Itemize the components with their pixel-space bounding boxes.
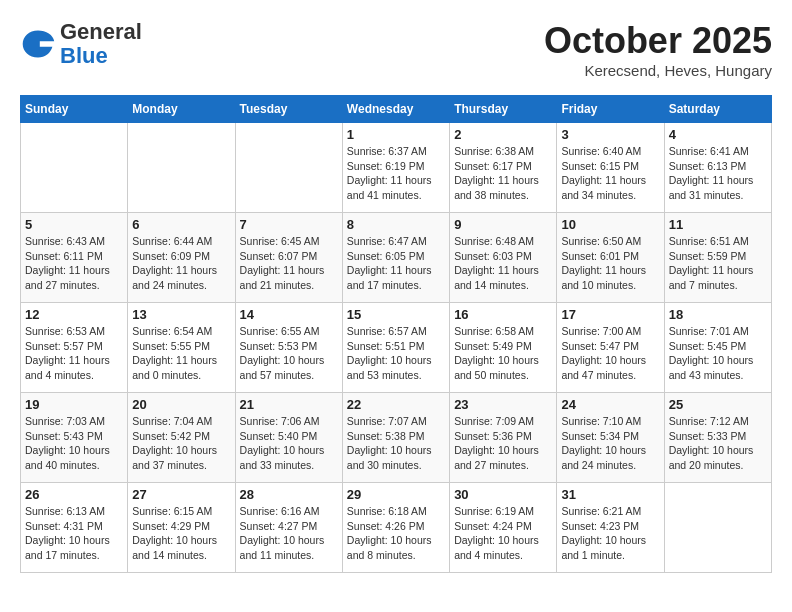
day-number: 21 [240,397,338,412]
day-cell: 1Sunrise: 6:37 AM Sunset: 6:19 PM Daylig… [342,123,449,213]
day-cell: 6Sunrise: 6:44 AM Sunset: 6:09 PM Daylig… [128,213,235,303]
day-cell: 27Sunrise: 6:15 AM Sunset: 4:29 PM Dayli… [128,483,235,573]
logo-text: General Blue [60,20,142,68]
day-number: 14 [240,307,338,322]
week-row-5: 26Sunrise: 6:13 AM Sunset: 4:31 PM Dayli… [21,483,772,573]
day-number: 30 [454,487,552,502]
day-number: 8 [347,217,445,232]
month-title: October 2025 [544,20,772,62]
day-info: Sunrise: 6:37 AM Sunset: 6:19 PM Dayligh… [347,144,445,203]
day-info: Sunrise: 7:00 AM Sunset: 5:47 PM Dayligh… [561,324,659,383]
logo-icon [20,26,56,62]
day-cell: 10Sunrise: 6:50 AM Sunset: 6:01 PM Dayli… [557,213,664,303]
day-cell: 8Sunrise: 6:47 AM Sunset: 6:05 PM Daylig… [342,213,449,303]
day-cell [128,123,235,213]
week-row-2: 5Sunrise: 6:43 AM Sunset: 6:11 PM Daylig… [21,213,772,303]
day-number: 19 [25,397,123,412]
title-block: October 2025 Kerecsend, Heves, Hungary [544,20,772,79]
day-number: 31 [561,487,659,502]
day-info: Sunrise: 7:07 AM Sunset: 5:38 PM Dayligh… [347,414,445,473]
day-cell: 24Sunrise: 7:10 AM Sunset: 5:34 PM Dayli… [557,393,664,483]
logo-general: General [60,19,142,44]
day-info: Sunrise: 7:12 AM Sunset: 5:33 PM Dayligh… [669,414,767,473]
day-cell: 16Sunrise: 6:58 AM Sunset: 5:49 PM Dayli… [450,303,557,393]
day-number: 5 [25,217,123,232]
day-number: 10 [561,217,659,232]
day-info: Sunrise: 6:18 AM Sunset: 4:26 PM Dayligh… [347,504,445,563]
day-info: Sunrise: 6:55 AM Sunset: 5:53 PM Dayligh… [240,324,338,383]
day-number: 13 [132,307,230,322]
day-cell [235,123,342,213]
day-number: 17 [561,307,659,322]
day-cell: 15Sunrise: 6:57 AM Sunset: 5:51 PM Dayli… [342,303,449,393]
logo-blue: Blue [60,43,108,68]
day-number: 16 [454,307,552,322]
day-number: 7 [240,217,338,232]
col-header-sunday: Sunday [21,96,128,123]
day-info: Sunrise: 6:41 AM Sunset: 6:13 PM Dayligh… [669,144,767,203]
day-number: 27 [132,487,230,502]
day-info: Sunrise: 6:57 AM Sunset: 5:51 PM Dayligh… [347,324,445,383]
day-cell: 17Sunrise: 7:00 AM Sunset: 5:47 PM Dayli… [557,303,664,393]
day-info: Sunrise: 6:53 AM Sunset: 5:57 PM Dayligh… [25,324,123,383]
col-header-thursday: Thursday [450,96,557,123]
day-info: Sunrise: 6:51 AM Sunset: 5:59 PM Dayligh… [669,234,767,293]
logo: General Blue [20,20,142,68]
day-cell: 29Sunrise: 6:18 AM Sunset: 4:26 PM Dayli… [342,483,449,573]
day-number: 18 [669,307,767,322]
day-cell: 5Sunrise: 6:43 AM Sunset: 6:11 PM Daylig… [21,213,128,303]
header-row: SundayMondayTuesdayWednesdayThursdayFrid… [21,96,772,123]
day-cell [664,483,771,573]
page-header: General Blue October 2025 Kerecsend, Hev… [20,20,772,79]
col-header-tuesday: Tuesday [235,96,342,123]
day-number: 2 [454,127,552,142]
day-info: Sunrise: 6:13 AM Sunset: 4:31 PM Dayligh… [25,504,123,563]
day-cell: 2Sunrise: 6:38 AM Sunset: 6:17 PM Daylig… [450,123,557,213]
day-info: Sunrise: 6:50 AM Sunset: 6:01 PM Dayligh… [561,234,659,293]
day-number: 1 [347,127,445,142]
day-info: Sunrise: 6:47 AM Sunset: 6:05 PM Dayligh… [347,234,445,293]
day-info: Sunrise: 7:06 AM Sunset: 5:40 PM Dayligh… [240,414,338,473]
day-cell: 26Sunrise: 6:13 AM Sunset: 4:31 PM Dayli… [21,483,128,573]
day-number: 23 [454,397,552,412]
day-info: Sunrise: 6:43 AM Sunset: 6:11 PM Dayligh… [25,234,123,293]
day-cell: 18Sunrise: 7:01 AM Sunset: 5:45 PM Dayli… [664,303,771,393]
day-cell: 12Sunrise: 6:53 AM Sunset: 5:57 PM Dayli… [21,303,128,393]
day-cell: 30Sunrise: 6:19 AM Sunset: 4:24 PM Dayli… [450,483,557,573]
day-cell: 9Sunrise: 6:48 AM Sunset: 6:03 PM Daylig… [450,213,557,303]
col-header-friday: Friday [557,96,664,123]
day-cell: 22Sunrise: 7:07 AM Sunset: 5:38 PM Dayli… [342,393,449,483]
day-info: Sunrise: 6:21 AM Sunset: 4:23 PM Dayligh… [561,504,659,563]
day-info: Sunrise: 7:03 AM Sunset: 5:43 PM Dayligh… [25,414,123,473]
day-cell [21,123,128,213]
day-info: Sunrise: 7:04 AM Sunset: 5:42 PM Dayligh… [132,414,230,473]
day-info: Sunrise: 6:44 AM Sunset: 6:09 PM Dayligh… [132,234,230,293]
day-cell: 28Sunrise: 6:16 AM Sunset: 4:27 PM Dayli… [235,483,342,573]
day-number: 29 [347,487,445,502]
day-cell: 3Sunrise: 6:40 AM Sunset: 6:15 PM Daylig… [557,123,664,213]
day-cell: 19Sunrise: 7:03 AM Sunset: 5:43 PM Dayli… [21,393,128,483]
day-cell: 11Sunrise: 6:51 AM Sunset: 5:59 PM Dayli… [664,213,771,303]
day-info: Sunrise: 6:19 AM Sunset: 4:24 PM Dayligh… [454,504,552,563]
day-cell: 23Sunrise: 7:09 AM Sunset: 5:36 PM Dayli… [450,393,557,483]
week-row-3: 12Sunrise: 6:53 AM Sunset: 5:57 PM Dayli… [21,303,772,393]
day-cell: 14Sunrise: 6:55 AM Sunset: 5:53 PM Dayli… [235,303,342,393]
week-row-4: 19Sunrise: 7:03 AM Sunset: 5:43 PM Dayli… [21,393,772,483]
day-number: 11 [669,217,767,232]
day-number: 9 [454,217,552,232]
day-number: 25 [669,397,767,412]
day-number: 26 [25,487,123,502]
day-info: Sunrise: 6:58 AM Sunset: 5:49 PM Dayligh… [454,324,552,383]
col-header-wednesday: Wednesday [342,96,449,123]
day-info: Sunrise: 6:54 AM Sunset: 5:55 PM Dayligh… [132,324,230,383]
col-header-monday: Monday [128,96,235,123]
day-number: 6 [132,217,230,232]
week-row-1: 1Sunrise: 6:37 AM Sunset: 6:19 PM Daylig… [21,123,772,213]
day-info: Sunrise: 6:48 AM Sunset: 6:03 PM Dayligh… [454,234,552,293]
day-number: 15 [347,307,445,322]
day-info: Sunrise: 7:01 AM Sunset: 5:45 PM Dayligh… [669,324,767,383]
day-cell: 21Sunrise: 7:06 AM Sunset: 5:40 PM Dayli… [235,393,342,483]
day-number: 28 [240,487,338,502]
day-info: Sunrise: 6:15 AM Sunset: 4:29 PM Dayligh… [132,504,230,563]
day-cell: 25Sunrise: 7:12 AM Sunset: 5:33 PM Dayli… [664,393,771,483]
